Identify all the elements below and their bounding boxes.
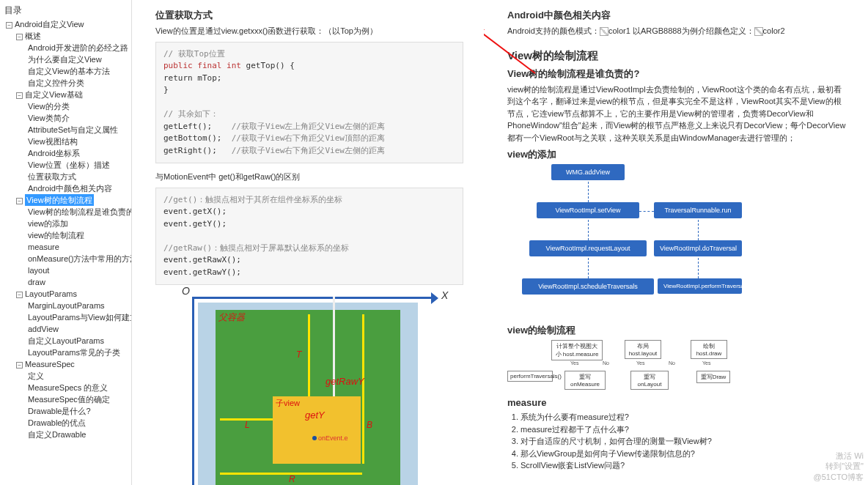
- tree-item[interactable]: 自定义View的基本方法: [0, 65, 131, 77]
- tree-item[interactable]: Android坐标系: [0, 147, 131, 159]
- tree-group-selected[interactable]: −View树的绘制流程: [0, 194, 131, 206]
- list-item: ScrollView嵌套ListView问题?: [521, 459, 847, 472]
- tree-item[interactable]: 自定义Drawable: [0, 429, 131, 440]
- section-heading: view的添加: [507, 148, 847, 161]
- child-view-box: 子view getY onEvent.e: [273, 396, 361, 464]
- broken-image-icon: [754, 27, 763, 36]
- flow-node: ViewRootImpl.performTraversals: [658, 278, 742, 294]
- screen-box: 父容器 T L R B getRawY 子view getY onEv: [198, 303, 418, 485]
- tree-group[interactable]: −概述: [0, 30, 131, 42]
- tree-item[interactable]: 自定义LayoutParams: [0, 335, 131, 347]
- coordinate-diagram: O X Y 父容器 T L R B getRawY: [170, 292, 449, 485]
- section-heading: measure: [507, 397, 847, 408]
- y-axis: [192, 297, 194, 485]
- paragraph: Android支持的颜色模式：color1 以ARGB8888为例介绍颜色定义：…: [507, 25, 847, 37]
- collapse-icon[interactable]: −: [16, 362, 23, 369]
- flow-node: ViewRootImpl.scheduleTraversals: [522, 278, 654, 295]
- flow-node: ViewRootImpl.setView: [537, 202, 639, 218]
- tree-item[interactable]: addView: [0, 323, 131, 335]
- broken-image-icon: [600, 27, 608, 36]
- flow-node: 重写Draw: [696, 371, 730, 383]
- section-heading: view的绘制流程: [507, 324, 847, 337]
- tree-item[interactable]: measure: [0, 241, 131, 253]
- code-block: // 获取Top位置 public final int getTop() { r…: [155, 42, 463, 164]
- section-heading: View树的绘制流程是谁负责的?: [507, 67, 847, 81]
- flow-node: 计算整个视图大小 host.measure: [551, 340, 603, 360]
- dim-arrow-t: [308, 314, 310, 396]
- tree-item[interactable]: LayoutParams与View如何建立联系: [0, 311, 131, 323]
- flow-node: ViewRootImpl.doTraversal: [654, 240, 742, 256]
- flow-node: 布局 host.layout: [625, 340, 661, 359]
- toc-sidebar: 目录 −Android自定义View −概述 Android开发进阶的必经之路 …: [0, 0, 132, 485]
- tree-item[interactable]: onMeasure()方法中常用的方法: [0, 253, 131, 264]
- axis-origin-label: O: [182, 285, 190, 297]
- tree-item[interactable]: MeasureSpec值的确定: [0, 393, 131, 405]
- question-list: 系统为什么要有measure过程? measure过程都干了点什么事? 对于自适…: [507, 411, 847, 472]
- tree-item[interactable]: Android中颜色相关内容: [0, 182, 131, 194]
- tree-item[interactable]: AttributeSet与自定义属性: [0, 124, 131, 136]
- collapse-icon[interactable]: −: [16, 292, 23, 298]
- toc-title: 目录: [0, 3, 131, 18]
- flow-node: 绘制 host.draw: [691, 340, 727, 359]
- section-heading: View树的绘制流程: [507, 49, 847, 63]
- code-block: //get()：触摸点相对于其所在组件坐标系的坐标 event.getX(); …: [155, 188, 463, 286]
- section-heading: 位置获取方式: [155, 9, 463, 22]
- tree-item[interactable]: View视图结构: [0, 136, 131, 147]
- tree-group[interactable]: −LayoutParams: [0, 288, 131, 300]
- list-item: 那么ViewGroup是如何向子View传递限制信息的?: [521, 448, 847, 460]
- tree-item[interactable]: view的绘制流程: [0, 229, 131, 241]
- flow-node: 重写onLayout: [630, 371, 669, 390]
- tree-item[interactable]: MeasureSpecs 的意义: [0, 382, 131, 393]
- flow-node: ViewRootImpl.requestLayout: [529, 240, 647, 256]
- collapse-icon[interactable]: −: [16, 34, 23, 40]
- tree-item[interactable]: draw: [0, 276, 131, 288]
- flow-node: performTraversals(): [507, 371, 553, 382]
- tree-item[interactable]: View的分类: [0, 100, 131, 112]
- article-column-left: 位置获取方式 View的位置是通过view.getxxx()函数进行获取：（以T…: [132, 0, 484, 485]
- list-item: 系统为什么要有measure过程?: [521, 411, 847, 423]
- paragraph: view树的绘制流程是通过ViewRootImpl去负责绘制的，ViewRoot…: [507, 84, 847, 144]
- tree-item[interactable]: View位置（坐标）描述: [0, 159, 131, 171]
- x-axis: [192, 297, 434, 299]
- list-item: 对于自适应的尺寸机制，如何合理的测量一颗View树?: [521, 435, 847, 448]
- flow-node: 重写onMeasure: [564, 371, 606, 390]
- tree-item[interactable]: Drawable是什么?: [0, 405, 131, 417]
- toc-tree: −Android自定义View −概述 Android开发进阶的必经之路 为什么…: [0, 18, 131, 440]
- tree-item[interactable]: View树的绘制流程是谁负责的?: [0, 206, 131, 218]
- tree-item[interactable]: view的添加: [0, 218, 131, 229]
- flowchart-add-view: WMG.addView ViewRootImpl.setView Travers…: [507, 164, 742, 318]
- flow-node: TraversalRunnable.run: [654, 202, 742, 218]
- touch-point-icon: [312, 436, 317, 440]
- paragraph: 与MotionEvent中 get()和getRaw()的区别: [155, 171, 463, 183]
- content-area: 位置获取方式 View的位置是通过view.getxxx()函数进行获取：（以T…: [132, 0, 868, 485]
- tree-item[interactable]: 定义: [0, 370, 131, 382]
- parent-container-box: 父容器 T L R B getRawY 子view getY onEv: [216, 310, 400, 485]
- tree-item[interactable]: MarginLayoutParams: [0, 300, 131, 311]
- article-column-right: Android中颜色相关内容 Android支持的颜色模式：color1 以AR…: [484, 0, 868, 485]
- tree-root[interactable]: −Android自定义View: [0, 18, 131, 30]
- list-item: measure过程都干了点什么事?: [521, 423, 847, 436]
- tree-item[interactable]: 为什么要自定义View: [0, 53, 131, 65]
- flow-node: WMG.addView: [551, 164, 625, 180]
- paragraph: View的位置是通过view.getxxx()函数进行获取：（以Top为例）: [155, 25, 463, 37]
- parent-label: 父容器: [218, 311, 245, 324]
- tree-item[interactable]: LayoutParams常见的子类: [0, 347, 131, 358]
- tree-group[interactable]: −自定义View基础: [0, 89, 131, 100]
- tree-item[interactable]: layout: [0, 264, 131, 276]
- tree-group[interactable]: −MeasureSpec: [0, 358, 131, 370]
- tree-item[interactable]: View类简介: [0, 112, 131, 124]
- tree-item[interactable]: Android开发进阶的必经之路: [0, 42, 131, 53]
- x-axis-label: X: [441, 289, 448, 301]
- collapse-icon[interactable]: −: [16, 92, 23, 99]
- tree-item[interactable]: Drawable的优点: [0, 417, 131, 429]
- watermark: 激活 Wi 转到"设置" @51CTO博客: [814, 451, 864, 482]
- flowchart-draw-process: 计算整个视图大小 host.measure 布局 host.layout 绘制 …: [507, 340, 742, 391]
- dim-arrow-b: [362, 314, 364, 464]
- collapse-icon[interactable]: −: [6, 22, 12, 29]
- section-heading: Android中颜色相关内容: [507, 9, 847, 22]
- tree-item[interactable]: 自定义控件分类: [0, 77, 131, 89]
- collapse-icon[interactable]: −: [16, 198, 23, 204]
- arrow-right-icon: [431, 292, 438, 304]
- tree-item[interactable]: 位置获取方式: [0, 171, 131, 182]
